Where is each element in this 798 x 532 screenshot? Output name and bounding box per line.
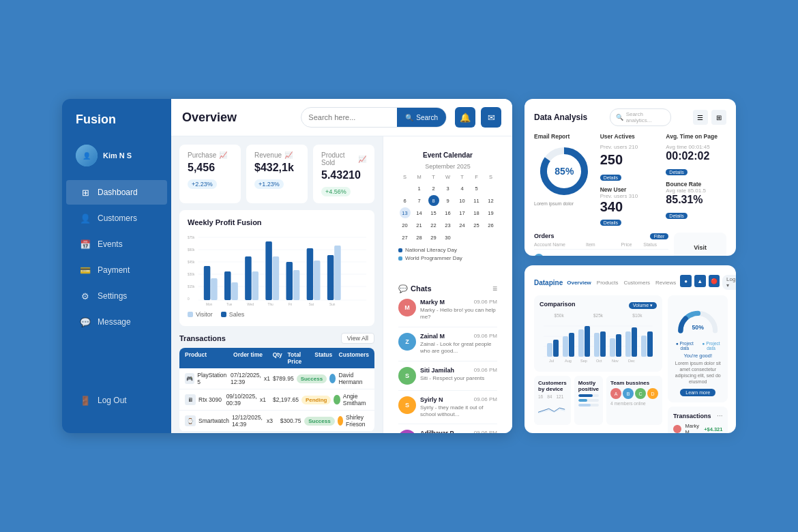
chat-item[interactable]: M Marky M 09.06 PM Marky - Hello bro! yo… bbox=[398, 299, 497, 327]
cal-day[interactable]: 25 bbox=[471, 220, 482, 231]
notification-button[interactable]: 🔔 bbox=[455, 107, 475, 128]
cell-order-time: 07/12/2025, 12:39 bbox=[231, 372, 261, 385]
svg-text:Sep: Sep bbox=[580, 359, 587, 363]
cell-status: Success bbox=[297, 374, 327, 383]
datapine-nav-products[interactable]: Products bbox=[597, 280, 619, 286]
customer-avatar bbox=[334, 395, 340, 404]
details-btn[interactable]: Details bbox=[640, 256, 661, 256]
cal-day[interactable] bbox=[486, 183, 497, 194]
calendar-event-title: Event Calendar bbox=[398, 151, 497, 159]
transactions-mini-menu[interactable]: ··· bbox=[717, 412, 722, 419]
datapine-nav-overview[interactable]: Overview bbox=[567, 280, 591, 286]
search-button[interactable]: 🔍 Search bbox=[397, 107, 446, 128]
cal-day[interactable]: 4 bbox=[457, 183, 468, 194]
svg-text:$15k: $15k bbox=[188, 284, 195, 289]
dp-icon-3[interactable]: 🔴 bbox=[709, 275, 720, 287]
sidebar-item-dashboard[interactable]: ⊞ Dashboard bbox=[66, 180, 167, 205]
cal-day[interactable]: 15 bbox=[428, 207, 439, 218]
sidebar-item-logout[interactable]: 🚪 Log Out bbox=[66, 388, 167, 413]
search-input[interactable] bbox=[301, 113, 397, 121]
datapine-nav-customers[interactable]: Customers bbox=[623, 280, 650, 286]
cal-day[interactable]: 24 bbox=[457, 220, 468, 231]
cal-day[interactable]: 11 bbox=[471, 195, 482, 206]
cal-day[interactable]: 19 bbox=[486, 207, 497, 218]
datapine-nav-reviews[interactable]: Reviews bbox=[655, 280, 676, 286]
product-icon: ⌚ bbox=[185, 415, 196, 426]
learn-more-btn[interactable]: Learn more bbox=[680, 389, 715, 396]
cal-day[interactable]: 26 bbox=[486, 220, 497, 231]
calendar-card: Event Calendar September 2025 S M T W T … bbox=[391, 145, 504, 270]
filter-icon[interactable]: ≡ bbox=[492, 284, 497, 293]
orders-filter-btn[interactable]: Filter bbox=[650, 233, 669, 239]
cal-day[interactable]: 7 bbox=[414, 195, 425, 206]
cal-day bbox=[457, 232, 468, 243]
chat-name: Adilbayar P bbox=[420, 430, 454, 433]
transactions-section: Transactions View All Product Order time… bbox=[179, 333, 374, 432]
settings-icon: ⚙ bbox=[80, 291, 91, 301]
chat-time: 09.06 PM bbox=[474, 333, 497, 340]
cell-product: ⌚ Smartwatch bbox=[185, 415, 229, 426]
dp-icon-2[interactable]: ▲ bbox=[694, 275, 706, 287]
trans-item[interactable]: Marky M +$4.321 bbox=[673, 423, 722, 433]
col-item: Item bbox=[586, 242, 619, 247]
grid-icon-btn[interactable]: ⊞ bbox=[711, 110, 726, 125]
sidebar-item-message[interactable]: 💬 Message bbox=[66, 310, 167, 334]
cal-day[interactable]: 21 bbox=[414, 220, 425, 231]
calendar-week-2: 6 7 8 9 10 11 12 bbox=[398, 195, 497, 206]
chat-item[interactable]: Z Zainal M 09.06 PM Zainal - Look for gr… bbox=[398, 333, 497, 361]
cal-day[interactable]: 12 bbox=[486, 195, 497, 206]
panel-header: Data Analysis 🔍 Search analytics... ☰ ⊞ bbox=[534, 108, 726, 126]
mail-button[interactable]: ✉ bbox=[481, 107, 501, 128]
svg-text:Thu: Thu bbox=[268, 301, 274, 306]
cal-day[interactable]: 5 bbox=[471, 183, 482, 194]
cal-day[interactable]: 3 bbox=[443, 183, 454, 194]
cal-day[interactable]: 14 bbox=[414, 207, 425, 218]
list-icon-btn[interactable]: ☰ bbox=[693, 110, 708, 125]
event-item: National Literacy Day bbox=[398, 247, 497, 253]
cal-day[interactable]: 29 bbox=[428, 232, 439, 243]
cal-day[interactable]: 16 bbox=[443, 207, 454, 218]
day-name: F bbox=[470, 173, 483, 181]
cal-day[interactable]: 6 bbox=[400, 195, 411, 206]
cal-day[interactable]: 13 bbox=[400, 207, 411, 218]
cal-day[interactable]: 9 bbox=[443, 195, 454, 206]
view-all-button[interactable]: View All bbox=[341, 333, 374, 344]
cal-day[interactable]: 23 bbox=[443, 220, 454, 231]
analysis-top-row: Email Report 85% Lorem ipsum dolor User … bbox=[534, 133, 726, 227]
svg-rect-16 bbox=[245, 256, 252, 300]
sidebar-item-payment[interactable]: 💳 Payment bbox=[66, 258, 167, 282]
stat-badge: +2.23% bbox=[188, 179, 217, 189]
cal-day[interactable]: 22 bbox=[428, 220, 439, 231]
chat-item[interactable]: S Siti Jamilah 09.06 PM Siti - Respect y… bbox=[398, 367, 497, 391]
cal-day[interactable]: 17 bbox=[457, 207, 468, 218]
datapine-header-icons: ● ▲ 🔴 Login ▾ bbox=[680, 275, 736, 290]
cal-day[interactable]: 18 bbox=[471, 207, 482, 218]
cal-day[interactable] bbox=[400, 183, 411, 194]
gauge-svg: 50% bbox=[673, 301, 722, 338]
cal-day[interactable]: 10 bbox=[457, 195, 468, 206]
sidebar-item-label: Settings bbox=[98, 291, 127, 301]
panel-icons: ☰ ⊞ bbox=[693, 110, 726, 125]
comparison-filter[interactable]: Volume ▾ bbox=[629, 302, 657, 309]
stat-card-revenue: Revenue 📈 $432,1k +1.23% bbox=[246, 145, 308, 203]
chat-item[interactable]: S Syirly N 09.06 PM Syirly - they made i… bbox=[398, 396, 497, 425]
chat-msg: Siti - Respect your parents bbox=[420, 375, 497, 382]
sidebar-item-customers[interactable]: 👤 Customers bbox=[66, 206, 167, 231]
cal-day[interactable]: 27 bbox=[400, 232, 411, 243]
dp-icon-1[interactable]: ● bbox=[680, 275, 692, 287]
cal-day[interactable]: 28 bbox=[414, 232, 425, 243]
svg-text:Oct: Oct bbox=[596, 359, 602, 363]
cal-day[interactable]: 30 bbox=[443, 232, 454, 243]
chat-item[interactable]: A Adilbayar P 09.06 PM Adilbayar - Googl… bbox=[398, 430, 497, 433]
cal-day-active[interactable]: 8 bbox=[428, 195, 439, 206]
cal-day[interactable]: 1 bbox=[414, 183, 425, 194]
sidebar-item-events[interactable]: 📅 Events bbox=[66, 232, 167, 256]
chat-content: Adilbayar P 09.06 PM Adilbayar - Google'… bbox=[420, 430, 497, 433]
cal-day[interactable]: 20 bbox=[400, 220, 411, 231]
cal-day[interactable]: 2 bbox=[428, 183, 439, 194]
dp-login-btn[interactable]: Login ▾ bbox=[722, 275, 736, 290]
analysis-search[interactable]: 🔍 Search analytics... bbox=[610, 108, 671, 126]
sidebar-item-settings[interactable]: ⚙ Settings bbox=[66, 284, 167, 308]
svg-rect-45 bbox=[594, 333, 600, 357]
stat-label: Purchase 📈 bbox=[188, 151, 233, 159]
